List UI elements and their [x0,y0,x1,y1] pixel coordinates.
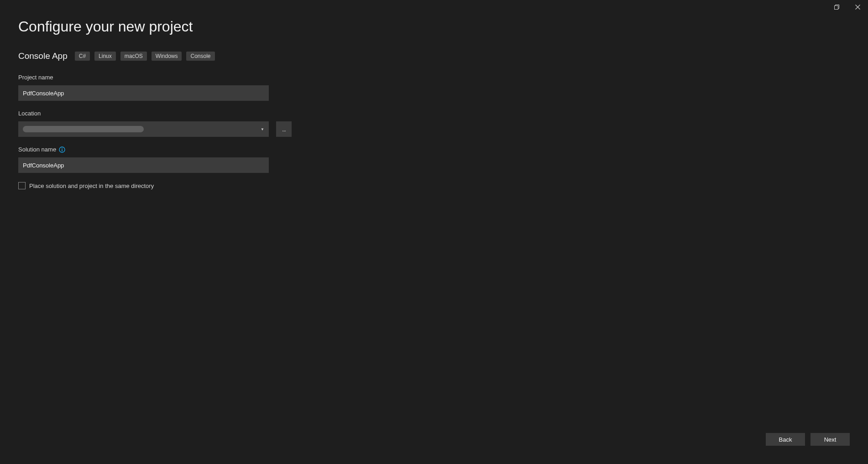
location-row: ▼ ... [18,121,850,137]
back-button[interactable]: Back [766,433,805,446]
maximize-button[interactable] [826,0,847,14]
solution-name-input[interactable] [18,157,269,173]
same-directory-checkbox[interactable] [18,182,26,189]
content-area: Configure your new project Console App C… [0,0,868,189]
solution-name-group: Solution name [18,146,850,173]
browse-location-button[interactable]: ... [276,121,292,137]
close-button[interactable] [847,0,868,14]
tag-csharp: C# [75,52,90,61]
tag-windows: Windows [152,52,182,61]
titlebar [826,0,868,14]
project-name-input[interactable] [18,85,269,101]
next-button[interactable]: Next [810,433,850,446]
project-template-name: Console App [18,51,68,61]
project-template-row: Console App C# Linux macOS Windows Conso… [18,51,850,61]
svg-rect-5 [62,149,63,151]
tag-console: Console [186,52,214,61]
same-directory-row: Place solution and project in the same d… [18,182,850,189]
solution-name-label: Solution name [18,146,56,153]
project-name-label: Project name [18,74,850,81]
same-directory-label[interactable]: Place solution and project in the same d… [29,182,154,189]
maximize-icon [834,5,839,10]
project-name-group: Project name [18,74,850,101]
close-icon [855,5,860,10]
project-template-tags: C# Linux macOS Windows Console [75,52,215,61]
svg-point-4 [62,148,63,149]
svg-rect-0 [834,5,838,9]
location-label: Location [18,110,850,117]
location-value-redacted [23,126,144,132]
chevron-down-icon: ▼ [261,127,264,131]
info-icon[interactable] [59,146,65,153]
location-combobox[interactable]: ▼ [18,121,269,137]
location-group: Location ▼ ... [18,110,850,137]
tag-macos: macOS [120,52,147,61]
page-title: Configure your new project [18,18,850,35]
footer: Back Next [766,433,850,446]
tag-linux: Linux [94,52,116,61]
